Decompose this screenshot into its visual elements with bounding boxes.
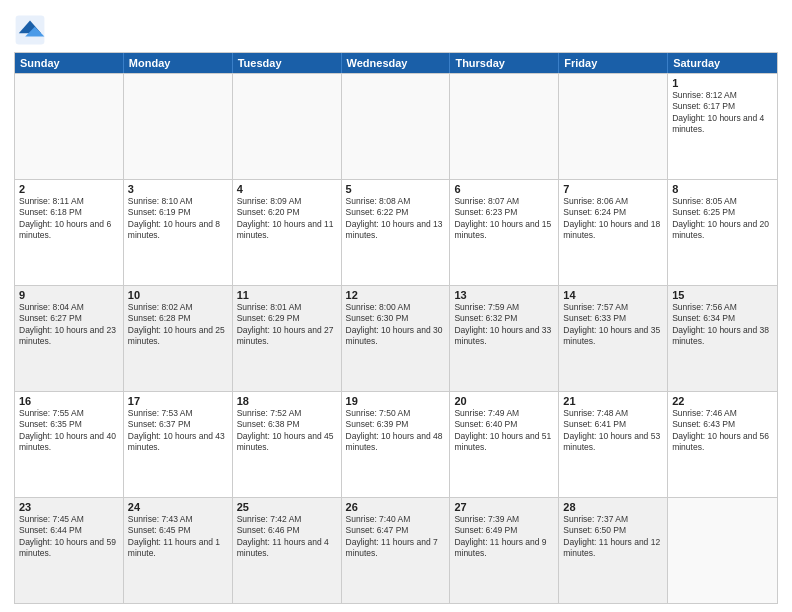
calendar-cell: 11Sunrise: 8:01 AM Sunset: 6:29 PM Dayli… — [233, 286, 342, 391]
cell-content: Sunrise: 7:37 AM Sunset: 6:50 PM Dayligh… — [563, 514, 663, 560]
cell-content: Sunrise: 7:57 AM Sunset: 6:33 PM Dayligh… — [563, 302, 663, 348]
calendar-cell: 13Sunrise: 7:59 AM Sunset: 6:32 PM Dayli… — [450, 286, 559, 391]
logo-icon — [14, 14, 46, 46]
cell-content: Sunrise: 7:55 AM Sunset: 6:35 PM Dayligh… — [19, 408, 119, 454]
cell-content: Sunrise: 8:12 AM Sunset: 6:17 PM Dayligh… — [672, 90, 773, 136]
weekday-header: Tuesday — [233, 53, 342, 73]
calendar-cell: 20Sunrise: 7:49 AM Sunset: 6:40 PM Dayli… — [450, 392, 559, 497]
cell-content: Sunrise: 7:52 AM Sunset: 6:38 PM Dayligh… — [237, 408, 337, 454]
cell-content: Sunrise: 8:09 AM Sunset: 6:20 PM Dayligh… — [237, 196, 337, 242]
cell-content: Sunrise: 8:01 AM Sunset: 6:29 PM Dayligh… — [237, 302, 337, 348]
day-number: 13 — [454, 289, 554, 301]
cell-content: Sunrise: 8:05 AM Sunset: 6:25 PM Dayligh… — [672, 196, 773, 242]
cell-content: Sunrise: 7:45 AM Sunset: 6:44 PM Dayligh… — [19, 514, 119, 560]
day-number: 23 — [19, 501, 119, 513]
day-number: 22 — [672, 395, 773, 407]
calendar-cell: 4Sunrise: 8:09 AM Sunset: 6:20 PM Daylig… — [233, 180, 342, 285]
weekday-header: Wednesday — [342, 53, 451, 73]
calendar-row: 23Sunrise: 7:45 AM Sunset: 6:44 PM Dayli… — [15, 497, 777, 603]
cell-content: Sunrise: 7:50 AM Sunset: 6:39 PM Dayligh… — [346, 408, 446, 454]
day-number: 24 — [128, 501, 228, 513]
calendar-cell — [15, 74, 124, 179]
calendar-cell — [124, 74, 233, 179]
day-number: 16 — [19, 395, 119, 407]
day-number: 3 — [128, 183, 228, 195]
day-number: 7 — [563, 183, 663, 195]
calendar-cell: 24Sunrise: 7:43 AM Sunset: 6:45 PM Dayli… — [124, 498, 233, 603]
cell-content: Sunrise: 8:06 AM Sunset: 6:24 PM Dayligh… — [563, 196, 663, 242]
calendar-cell — [233, 74, 342, 179]
calendar-cell: 10Sunrise: 8:02 AM Sunset: 6:28 PM Dayli… — [124, 286, 233, 391]
day-number: 18 — [237, 395, 337, 407]
calendar-header: SundayMondayTuesdayWednesdayThursdayFrid… — [15, 53, 777, 73]
day-number: 19 — [346, 395, 446, 407]
cell-content: Sunrise: 8:02 AM Sunset: 6:28 PM Dayligh… — [128, 302, 228, 348]
calendar-cell: 12Sunrise: 8:00 AM Sunset: 6:30 PM Dayli… — [342, 286, 451, 391]
day-number: 14 — [563, 289, 663, 301]
calendar-cell: 7Sunrise: 8:06 AM Sunset: 6:24 PM Daylig… — [559, 180, 668, 285]
day-number: 8 — [672, 183, 773, 195]
cell-content: Sunrise: 7:39 AM Sunset: 6:49 PM Dayligh… — [454, 514, 554, 560]
day-number: 10 — [128, 289, 228, 301]
calendar-cell: 14Sunrise: 7:57 AM Sunset: 6:33 PM Dayli… — [559, 286, 668, 391]
day-number: 11 — [237, 289, 337, 301]
page: SundayMondayTuesdayWednesdayThursdayFrid… — [0, 0, 792, 612]
cell-content: Sunrise: 7:49 AM Sunset: 6:40 PM Dayligh… — [454, 408, 554, 454]
day-number: 25 — [237, 501, 337, 513]
calendar-cell: 18Sunrise: 7:52 AM Sunset: 6:38 PM Dayli… — [233, 392, 342, 497]
day-number: 17 — [128, 395, 228, 407]
calendar-cell: 1Sunrise: 8:12 AM Sunset: 6:17 PM Daylig… — [668, 74, 777, 179]
calendar-row: 1Sunrise: 8:12 AM Sunset: 6:17 PM Daylig… — [15, 73, 777, 179]
calendar-cell: 27Sunrise: 7:39 AM Sunset: 6:49 PM Dayli… — [450, 498, 559, 603]
calendar-cell — [559, 74, 668, 179]
weekday-header: Sunday — [15, 53, 124, 73]
calendar-cell: 23Sunrise: 7:45 AM Sunset: 6:44 PM Dayli… — [15, 498, 124, 603]
calendar-cell — [342, 74, 451, 179]
logo — [14, 14, 50, 46]
calendar-body: 1Sunrise: 8:12 AM Sunset: 6:17 PM Daylig… — [15, 73, 777, 603]
weekday-header: Saturday — [668, 53, 777, 73]
calendar-cell: 19Sunrise: 7:50 AM Sunset: 6:39 PM Dayli… — [342, 392, 451, 497]
cell-content: Sunrise: 7:53 AM Sunset: 6:37 PM Dayligh… — [128, 408, 228, 454]
day-number: 26 — [346, 501, 446, 513]
calendar-cell: 3Sunrise: 8:10 AM Sunset: 6:19 PM Daylig… — [124, 180, 233, 285]
calendar-cell: 6Sunrise: 8:07 AM Sunset: 6:23 PM Daylig… — [450, 180, 559, 285]
day-number: 20 — [454, 395, 554, 407]
cell-content: Sunrise: 8:11 AM Sunset: 6:18 PM Dayligh… — [19, 196, 119, 242]
header — [14, 10, 778, 46]
calendar-cell: 2Sunrise: 8:11 AM Sunset: 6:18 PM Daylig… — [15, 180, 124, 285]
calendar-row: 16Sunrise: 7:55 AM Sunset: 6:35 PM Dayli… — [15, 391, 777, 497]
cell-content: Sunrise: 8:00 AM Sunset: 6:30 PM Dayligh… — [346, 302, 446, 348]
day-number: 9 — [19, 289, 119, 301]
cell-content: Sunrise: 7:43 AM Sunset: 6:45 PM Dayligh… — [128, 514, 228, 560]
calendar-cell: 28Sunrise: 7:37 AM Sunset: 6:50 PM Dayli… — [559, 498, 668, 603]
day-number: 12 — [346, 289, 446, 301]
calendar-cell: 26Sunrise: 7:40 AM Sunset: 6:47 PM Dayli… — [342, 498, 451, 603]
cell-content: Sunrise: 7:48 AM Sunset: 6:41 PM Dayligh… — [563, 408, 663, 454]
calendar-cell: 5Sunrise: 8:08 AM Sunset: 6:22 PM Daylig… — [342, 180, 451, 285]
cell-content: Sunrise: 7:42 AM Sunset: 6:46 PM Dayligh… — [237, 514, 337, 560]
day-number: 21 — [563, 395, 663, 407]
cell-content: Sunrise: 8:10 AM Sunset: 6:19 PM Dayligh… — [128, 196, 228, 242]
calendar-cell: 25Sunrise: 7:42 AM Sunset: 6:46 PM Dayli… — [233, 498, 342, 603]
day-number: 6 — [454, 183, 554, 195]
cell-content: Sunrise: 7:56 AM Sunset: 6:34 PM Dayligh… — [672, 302, 773, 348]
day-number: 5 — [346, 183, 446, 195]
weekday-header: Thursday — [450, 53, 559, 73]
calendar-row: 9Sunrise: 8:04 AM Sunset: 6:27 PM Daylig… — [15, 285, 777, 391]
day-number: 27 — [454, 501, 554, 513]
cell-content: Sunrise: 8:04 AM Sunset: 6:27 PM Dayligh… — [19, 302, 119, 348]
calendar-cell — [450, 74, 559, 179]
calendar: SundayMondayTuesdayWednesdayThursdayFrid… — [14, 52, 778, 604]
day-number: 15 — [672, 289, 773, 301]
cell-content: Sunrise: 7:40 AM Sunset: 6:47 PM Dayligh… — [346, 514, 446, 560]
cell-content: Sunrise: 7:59 AM Sunset: 6:32 PM Dayligh… — [454, 302, 554, 348]
calendar-cell: 15Sunrise: 7:56 AM Sunset: 6:34 PM Dayli… — [668, 286, 777, 391]
day-number: 2 — [19, 183, 119, 195]
cell-content: Sunrise: 8:07 AM Sunset: 6:23 PM Dayligh… — [454, 196, 554, 242]
calendar-cell — [668, 498, 777, 603]
calendar-cell: 9Sunrise: 8:04 AM Sunset: 6:27 PM Daylig… — [15, 286, 124, 391]
calendar-cell: 17Sunrise: 7:53 AM Sunset: 6:37 PM Dayli… — [124, 392, 233, 497]
calendar-cell: 22Sunrise: 7:46 AM Sunset: 6:43 PM Dayli… — [668, 392, 777, 497]
day-number: 1 — [672, 77, 773, 89]
